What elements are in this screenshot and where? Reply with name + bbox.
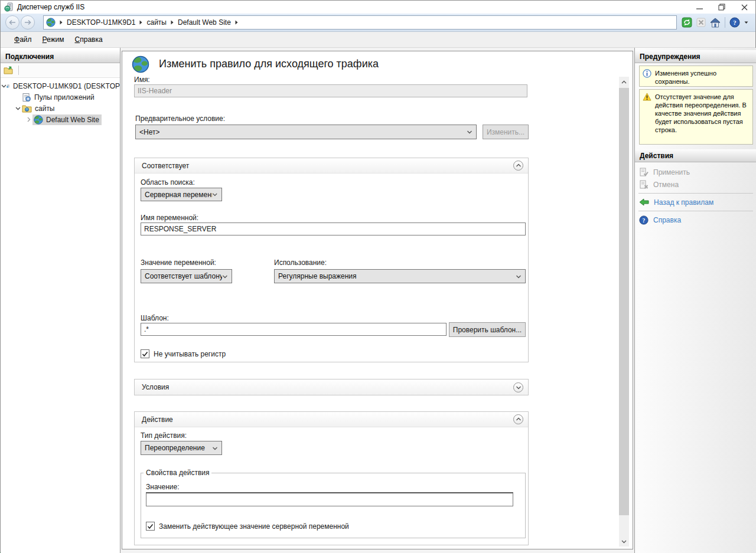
replace-value-row[interactable]: Заменить действующее значение серверной … bbox=[146, 522, 349, 531]
value-input[interactable] bbox=[146, 492, 513, 506]
menu-bar: Файл Режим Справка bbox=[1, 32, 755, 48]
tree-item-label: сайты bbox=[35, 104, 55, 113]
breadcrumb-arrow-icon[interactable] bbox=[60, 20, 63, 25]
conditions-section: Условия bbox=[134, 379, 529, 395]
action-section-header[interactable]: Действие bbox=[135, 412, 528, 427]
ignore-case-checkbox[interactable] bbox=[141, 349, 149, 358]
action-section-title: Действие bbox=[142, 415, 173, 424]
replace-value-checkbox[interactable] bbox=[146, 522, 155, 531]
collapse-section-button[interactable] bbox=[513, 414, 523, 424]
tree-item-app-pools[interactable]: Пулы приложений bbox=[1, 91, 120, 103]
variable-name-input[interactable] bbox=[141, 222, 526, 235]
scroll-down-button[interactable] bbox=[619, 536, 629, 547]
vertical-scrollbar[interactable] bbox=[619, 77, 629, 547]
conditions-section-header[interactable]: Условия bbox=[135, 379, 528, 395]
edit-precondition-button[interactable]: Изменить... bbox=[483, 125, 529, 139]
action-type-select[interactable]: Переопределение bbox=[141, 441, 222, 455]
info-alert-text: Изменения успешно сохранены. bbox=[655, 69, 750, 83]
svg-text:?: ? bbox=[733, 19, 737, 26]
feature-panel: Изменить правило для исходящего трафика … bbox=[120, 48, 634, 553]
help-icon: ? bbox=[639, 215, 649, 225]
home-icon[interactable] bbox=[710, 18, 721, 28]
cancel-action: Отмена bbox=[635, 178, 756, 191]
warning-icon bbox=[643, 93, 651, 101]
info-icon bbox=[643, 69, 651, 78]
selected-tree-item[interactable]: Default Web Site bbox=[32, 114, 102, 125]
breadcrumb-item-server[interactable]: DESKTOP-U1MK9D1 bbox=[67, 18, 135, 27]
help-icon[interactable]: ? bbox=[729, 17, 740, 28]
action-type-label: Тип действия: bbox=[141, 431, 187, 440]
connections-tree: DESKTOP-U1MK9D1 (DESKTOP Пулы приложений… bbox=[1, 78, 120, 125]
apply-icon bbox=[639, 168, 649, 177]
match-section-title: Соответствует bbox=[142, 162, 189, 170]
save-connection-icon[interactable] bbox=[4, 66, 14, 75]
menu-file[interactable]: Файл bbox=[9, 33, 37, 46]
ignore-case-row[interactable]: Не учитывать регистр bbox=[141, 349, 226, 358]
pattern-input[interactable] bbox=[141, 323, 447, 336]
app-pools-icon bbox=[22, 93, 31, 102]
action-properties-group: Свойства действия Значение: Заменить дей… bbox=[141, 469, 526, 538]
scrollbar-thumb[interactable] bbox=[619, 88, 629, 515]
expand-section-button[interactable] bbox=[513, 382, 523, 392]
tree-item-server[interactable]: DESKTOP-U1MK9D1 (DESKTOP bbox=[1, 80, 120, 91]
stop-icon[interactable] bbox=[696, 18, 706, 27]
close-button[interactable] bbox=[733, 1, 755, 14]
refresh-icon[interactable] bbox=[682, 17, 692, 28]
variable-value-select[interactable]: Соответствует шаблону bbox=[141, 269, 232, 283]
breadcrumb-arrow-icon[interactable] bbox=[139, 20, 142, 25]
sites-folder-icon bbox=[22, 104, 32, 113]
apply-action: Применить bbox=[635, 166, 756, 178]
back-to-rules-link[interactable]: Назад к правилам bbox=[635, 196, 756, 208]
connections-toolbar bbox=[1, 63, 120, 78]
chevron-down-icon[interactable] bbox=[744, 21, 748, 24]
back-button[interactable] bbox=[5, 15, 19, 30]
app-icon bbox=[4, 2, 14, 12]
name-input bbox=[134, 84, 527, 97]
action-type-value: Переопределение bbox=[145, 444, 205, 452]
variable-name-label: Имя переменной: bbox=[141, 214, 198, 222]
using-label: Использование: bbox=[274, 258, 327, 267]
forward-button[interactable] bbox=[21, 15, 35, 30]
menu-help[interactable]: Справка bbox=[70, 33, 108, 46]
breadcrumb-arrow-icon[interactable] bbox=[235, 20, 238, 25]
warning-alert-text: Отсутствует значение для действия переоп… bbox=[655, 93, 750, 141]
collapse-section-button[interactable] bbox=[513, 161, 523, 171]
scrollbar-track[interactable] bbox=[619, 87, 629, 536]
tree-item-label: Пулы приложений bbox=[34, 93, 94, 102]
breadcrumb-arrow-icon[interactable] bbox=[171, 20, 174, 25]
address-bar-icons: ? bbox=[682, 17, 755, 28]
name-label: Имя: bbox=[134, 76, 150, 84]
chevron-down-icon bbox=[467, 130, 472, 134]
address-bar: DESKTOP-U1MK9D1 сайты Default Web Site ? bbox=[1, 14, 755, 32]
replace-value-label: Заменить действующее значение серверной … bbox=[159, 522, 349, 531]
breadcrumb-item-sites[interactable]: сайты bbox=[146, 18, 167, 27]
collapse-chevron-icon[interactable] bbox=[14, 106, 22, 111]
help-label: Справка bbox=[653, 216, 681, 224]
action-properties-title: Свойства действия bbox=[144, 469, 211, 477]
expand-chevron-icon[interactable] bbox=[24, 117, 32, 122]
match-section-header[interactable]: Соответствует bbox=[135, 158, 528, 174]
scope-label: Область поиска: bbox=[141, 178, 195, 186]
scroll-up-button[interactable] bbox=[619, 77, 629, 87]
toolbar-separator bbox=[725, 17, 725, 28]
collapse-chevron-icon[interactable] bbox=[1, 83, 6, 89]
title-bar[interactable]: Диспетчер служб IIS bbox=[1, 1, 755, 14]
tree-item-sites[interactable]: сайты bbox=[1, 103, 120, 114]
chevron-down-icon bbox=[222, 274, 228, 279]
minimize-button[interactable] bbox=[688, 1, 711, 14]
menu-view[interactable]: Режим bbox=[37, 33, 70, 46]
check-icon bbox=[142, 351, 148, 357]
variable-value-option: Соответствует шаблону bbox=[145, 272, 222, 280]
page-title: Изменить правило для исходящего трафика bbox=[159, 58, 379, 70]
using-select[interactable]: Регулярные выражения bbox=[274, 269, 526, 283]
help-link[interactable]: ? Справка bbox=[635, 214, 756, 226]
tree-item-label: Default Web Site bbox=[46, 116, 99, 124]
right-panel: Предупреждения Изменения успешно сохране… bbox=[634, 48, 756, 553]
test-pattern-button[interactable]: Проверить шаблон... bbox=[449, 322, 526, 337]
chevron-down-icon bbox=[621, 540, 627, 544]
precondition-select[interactable]: <Нет> bbox=[135, 125, 477, 139]
restore-button[interactable] bbox=[711, 1, 733, 14]
breadcrumb-item-site[interactable]: Default Web Site bbox=[178, 18, 231, 27]
tree-item-default-web-site[interactable]: Default Web Site bbox=[1, 114, 120, 125]
scope-select[interactable]: Серверная переменн bbox=[141, 188, 222, 201]
